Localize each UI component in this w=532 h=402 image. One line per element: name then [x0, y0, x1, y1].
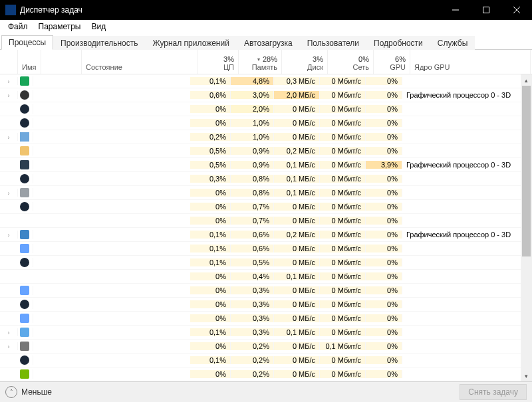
- table-row[interactable]: 0%0,2%0 МБ/с0 Мбит/с0%Очень низкое: [0, 367, 521, 381]
- expand-toggle[interactable]: ›: [0, 328, 18, 336]
- expand-toggle[interactable]: ›: [0, 77, 18, 85]
- scroll-down-icon[interactable]: ▾: [521, 370, 532, 381]
- tab-app-history[interactable]: Журнал приложений: [146, 36, 237, 50]
- table-row[interactable]: 0,3%0,8%0,1 МБ/с0 Мбит/с0%Очень низкое: [0, 172, 521, 186]
- table-row[interactable]: 0%0,3%0 МБ/с0 Мбит/с0%Очень низкое: [0, 284, 521, 298]
- table-header: Имя Состояние 3% ЦП ▾ 28% Память 3% Диск…: [0, 50, 532, 74]
- gpu-value: 0%: [366, 328, 402, 336]
- expand-toggle[interactable]: ›: [0, 133, 18, 141]
- table-row[interactable]: ›0,1%4,8%0,3 МБ/с0 Мбит/с0%Очень низкое: [0, 74, 521, 88]
- table-row[interactable]: 0,1%0,5%0 МБ/с0 Мбит/с0%Очень низкое: [0, 256, 521, 270]
- tab-users[interactable]: Пользователи: [300, 36, 366, 50]
- cpu-value: 0%: [190, 286, 231, 294]
- disk-value: 0 МБ/с: [274, 133, 320, 141]
- memory-value: 0,9%: [231, 161, 274, 169]
- cpu-value: 0,1%: [190, 231, 231, 239]
- disk-value: 0,1 МБ/с: [274, 189, 320, 197]
- col-memory[interactable]: ▾ 28% Память: [239, 50, 282, 74]
- tab-startup[interactable]: Автозагрузка: [237, 36, 300, 50]
- table-row[interactable]: 0,1%0,2%0 МБ/с0 Мбит/с0%Очень низкое: [0, 353, 521, 367]
- table-row[interactable]: 0,1%0,6%0 МБ/с0 Мбит/с0%Очень низкое: [0, 242, 521, 256]
- cpu-value: 0%: [190, 272, 231, 280]
- col-state[interactable]: Состояние: [82, 50, 198, 74]
- scroll-up-icon[interactable]: ▴: [521, 74, 532, 86]
- table-row[interactable]: 0%0,7%0 МБ/с0 Мбит/с0%Очень низкое: [0, 214, 521, 228]
- scroll-thumb[interactable]: [522, 86, 531, 256]
- table-row[interactable]: 0,5%0,9%0,2 МБ/с0 Мбит/с0%Очень низкое: [0, 144, 521, 158]
- tab-processes[interactable]: Процессы: [1, 35, 53, 50]
- menu-options[interactable]: Параметры: [33, 21, 86, 33]
- col-icon[interactable]: Имя: [18, 50, 41, 74]
- fewer-details-button[interactable]: ˄ Меньше: [5, 386, 52, 398]
- table-row[interactable]: ›0,1%0,3%0,1 МБ/с0 Мбит/с0%Очень низкое: [0, 326, 521, 340]
- chevron-right-icon: ›: [6, 134, 11, 141]
- cpu-value: 0,1%: [190, 245, 231, 252]
- minimize-icon: [452, 7, 459, 13]
- tab-details[interactable]: Подробности: [366, 36, 430, 50]
- expand-toggle[interactable]: ›: [0, 342, 18, 350]
- menu-view[interactable]: Вид: [86, 21, 111, 33]
- expand-toggle[interactable]: ›: [0, 231, 18, 239]
- table-row[interactable]: 0%2,0%0 МБ/с0 Мбит/с0%Очень низкое: [0, 102, 521, 116]
- process-icon: [18, 369, 31, 379]
- col-cpu[interactable]: 3% ЦП: [198, 50, 239, 74]
- menu-file[interactable]: Файл: [3, 21, 33, 33]
- mem-label: Память: [243, 63, 277, 71]
- process-icon: [18, 258, 31, 267]
- tab-services[interactable]: Службы: [430, 36, 475, 50]
- col-expand[interactable]: [0, 50, 18, 74]
- col-network[interactable]: 0% Сеть: [328, 50, 374, 74]
- maximize-button[interactable]: [471, 0, 501, 20]
- network-value: 0 Мбит/с: [320, 314, 366, 322]
- close-button[interactable]: [501, 0, 532, 20]
- disk-value: 0 МБ/с: [274, 245, 320, 252]
- table-row[interactable]: 0%1,0%0 МБ/с0 Мбит/с0%Очень низкое: [0, 116, 521, 130]
- cpu-value: 0,1%: [190, 258, 231, 266]
- table-row[interactable]: 0%0,4%0,1 МБ/с0 Мбит/с0%Очень низкое: [0, 270, 521, 284]
- table-row[interactable]: 0%0,3%0 МБ/с0 Мбит/с0%Очень низкое: [0, 312, 521, 326]
- cpu-value: 0,1%: [190, 77, 231, 85]
- chevron-right-icon: ›: [6, 344, 11, 350]
- col-disk[interactable]: 3% Диск: [282, 50, 328, 74]
- memory-value: 0,5%: [231, 258, 274, 266]
- disk-value: 0 МБ/с: [274, 356, 320, 364]
- col-gpu[interactable]: 6% GPU: [374, 50, 410, 74]
- process-icon-cell: [18, 244, 33, 253]
- cpu-total: 3%: [202, 55, 234, 63]
- table-row[interactable]: 0%0,3%0 МБ/с0 Мбит/с0%Очень низкое: [0, 298, 521, 312]
- vertical-scrollbar[interactable]: ▴ ▾: [521, 74, 532, 381]
- end-task-button[interactable]: Снять задачу: [460, 384, 527, 400]
- table-row[interactable]: ›0%0,8%0,1 МБ/с0 Мбит/с0%Очень низкое: [0, 186, 521, 200]
- net-total: 0%: [332, 55, 369, 63]
- col-name-pad[interactable]: [41, 50, 82, 74]
- disk-label: Диск: [286, 63, 323, 71]
- maximize-icon: [483, 7, 489, 13]
- menubar: Файл Параметры Вид: [0, 20, 532, 33]
- cpu-value: 0%: [190, 119, 231, 127]
- titlebar[interactable]: Диспетчер задач: [0, 0, 532, 20]
- col-gpu-engine[interactable]: Ядро GPU: [410, 50, 531, 74]
- table-row[interactable]: ›0%0,2%0 МБ/с0,1 Мбит/с0%Очень низкое: [0, 340, 521, 353]
- gpu-value: 0%: [366, 342, 402, 350]
- scroll-track[interactable]: [521, 86, 532, 370]
- memory-value: 0,8%: [231, 175, 274, 183]
- tab-performance[interactable]: Производительность: [53, 36, 145, 50]
- process-icon-cell: [18, 118, 33, 128]
- network-value: 0 Мбит/с: [320, 231, 366, 239]
- network-value: 0 Мбит/с: [320, 217, 366, 225]
- process-icon: [18, 160, 31, 169]
- memory-value: 0,3%: [231, 328, 274, 336]
- memory-value: 0,2%: [231, 356, 274, 364]
- process-icon: [18, 90, 31, 100]
- network-value: 0 Мбит/с: [320, 77, 366, 85]
- table-row[interactable]: 0%0,7%0 МБ/с0 Мбит/с0%Очень низкое: [0, 200, 521, 214]
- gpu-value: 0%: [366, 272, 402, 280]
- expand-toggle[interactable]: ›: [0, 91, 18, 99]
- minimize-button[interactable]: [440, 0, 471, 20]
- table-row[interactable]: 0,5%0,9%0,1 МБ/с0 Мбит/с3,9%Графический …: [0, 158, 521, 172]
- table-row[interactable]: ›0,1%0,6%0,2 МБ/с0 Мбит/с0%Графический п…: [0, 228, 521, 242]
- disk-value: 0 МБ/с: [274, 342, 320, 350]
- table-row[interactable]: ›0,6%3,0%2,0 МБ/с0 Мбит/с0%Графический п…: [0, 88, 521, 102]
- expand-toggle[interactable]: ›: [0, 189, 18, 197]
- table-row[interactable]: ›0,2%1,0%0 МБ/с0 Мбит/с0%Очень низкое: [0, 130, 521, 144]
